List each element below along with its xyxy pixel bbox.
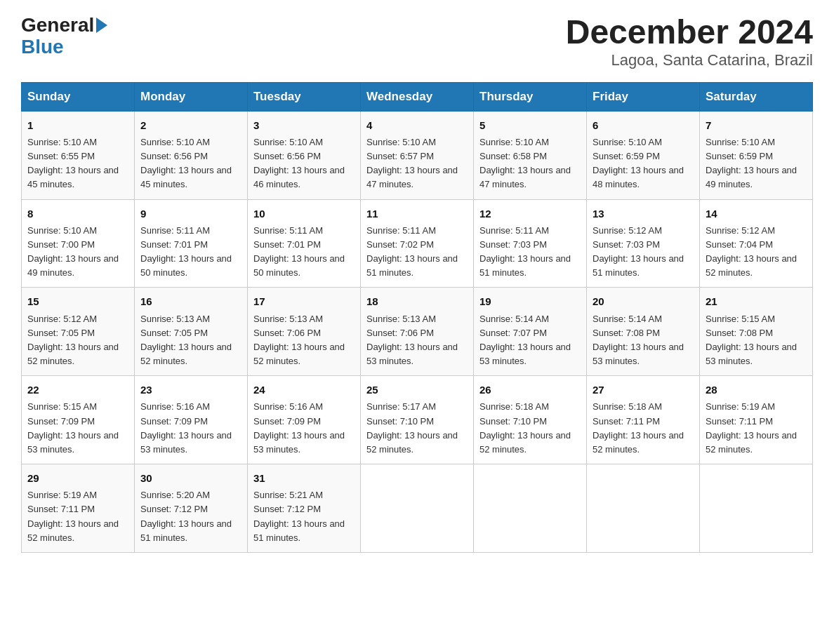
table-row: 11Sunrise: 5:11 AMSunset: 7:02 PMDayligh… (361, 199, 474, 288)
day-info: Sunrise: 5:17 AMSunset: 7:10 PMDaylight:… (366, 401, 458, 454)
table-row: 28Sunrise: 5:19 AMSunset: 7:11 PMDayligh… (700, 376, 813, 464)
day-info: Sunrise: 5:13 AMSunset: 7:06 PMDaylight:… (366, 314, 458, 366)
day-info: Sunrise: 5:10 AMSunset: 6:56 PMDaylight:… (140, 137, 232, 189)
table-row: 21Sunrise: 5:15 AMSunset: 7:08 PMDayligh… (700, 288, 813, 376)
day-info: Sunrise: 5:14 AMSunset: 7:08 PMDaylight:… (593, 314, 684, 366)
day-info: Sunrise: 5:15 AMSunset: 7:09 PMDaylight:… (27, 401, 119, 454)
day-info: Sunrise: 5:16 AMSunset: 7:09 PMDaylight:… (253, 401, 345, 454)
day-info: Sunrise: 5:13 AMSunset: 7:05 PMDaylight:… (140, 314, 232, 366)
day-number: 30 (140, 470, 241, 486)
table-row: 23Sunrise: 5:16 AMSunset: 7:09 PMDayligh… (135, 376, 248, 464)
calendar-week-row: 8Sunrise: 5:10 AMSunset: 7:00 PMDaylight… (22, 199, 813, 288)
table-row (587, 464, 700, 553)
day-info: Sunrise: 5:10 AMSunset: 6:56 PMDaylight:… (253, 137, 345, 189)
day-number: 4 (366, 117, 468, 133)
day-number: 17 (253, 293, 355, 309)
calendar-week-row: 15Sunrise: 5:12 AMSunset: 7:05 PMDayligh… (22, 288, 813, 376)
day-info: Sunrise: 5:15 AMSunset: 7:08 PMDaylight:… (706, 314, 797, 366)
day-number: 26 (479, 382, 581, 398)
day-info: Sunrise: 5:10 AMSunset: 6:58 PMDaylight:… (479, 137, 571, 189)
col-thursday: Thursday (474, 82, 587, 111)
day-info: Sunrise: 5:11 AMSunset: 7:02 PMDaylight:… (366, 225, 458, 278)
table-row: 4Sunrise: 5:10 AMSunset: 6:57 PMDaylight… (361, 111, 474, 199)
day-number: 7 (706, 117, 807, 133)
day-info: Sunrise: 5:11 AMSunset: 7:03 PMDaylight:… (479, 225, 571, 278)
day-number: 1 (27, 117, 128, 133)
day-number: 25 (366, 382, 468, 398)
day-number: 6 (593, 117, 694, 133)
table-row: 16Sunrise: 5:13 AMSunset: 7:05 PMDayligh… (135, 288, 248, 376)
calendar-week-row: 1Sunrise: 5:10 AMSunset: 6:55 PMDaylight… (22, 111, 813, 199)
col-saturday: Saturday (700, 82, 813, 111)
day-info: Sunrise: 5:18 AMSunset: 7:11 PMDaylight:… (593, 401, 684, 454)
day-number: 24 (253, 382, 355, 398)
day-info: Sunrise: 5:10 AMSunset: 6:55 PMDaylight:… (27, 137, 119, 189)
table-row: 8Sunrise: 5:10 AMSunset: 7:00 PMDaylight… (22, 199, 135, 288)
table-row: 2Sunrise: 5:10 AMSunset: 6:56 PMDaylight… (135, 111, 248, 199)
calendar-table: Sunday Monday Tuesday Wednesday Thursday… (21, 82, 813, 553)
table-row: 9Sunrise: 5:11 AMSunset: 7:01 PMDaylight… (135, 199, 248, 288)
table-row: 6Sunrise: 5:10 AMSunset: 6:59 PMDaylight… (587, 111, 700, 199)
table-row (361, 464, 474, 553)
page-header: General Blue December 2024 Lagoa, Santa … (21, 14, 813, 69)
day-number: 5 (479, 117, 581, 133)
day-info: Sunrise: 5:10 AMSunset: 7:00 PMDaylight:… (27, 225, 119, 278)
day-number: 14 (706, 206, 807, 222)
day-number: 19 (479, 293, 581, 309)
table-row: 1Sunrise: 5:10 AMSunset: 6:55 PMDaylight… (22, 111, 135, 199)
day-info: Sunrise: 5:20 AMSunset: 7:12 PMDaylight:… (140, 490, 232, 542)
day-info: Sunrise: 5:11 AMSunset: 7:01 PMDaylight:… (140, 225, 232, 278)
col-friday: Friday (587, 82, 700, 111)
logo: General Blue (21, 14, 107, 58)
day-info: Sunrise: 5:12 AMSunset: 7:03 PMDaylight:… (593, 225, 684, 278)
day-info: Sunrise: 5:11 AMSunset: 7:01 PMDaylight:… (253, 225, 345, 278)
day-number: 31 (253, 470, 355, 486)
day-number: 18 (366, 293, 468, 309)
day-number: 23 (140, 382, 241, 398)
day-number: 16 (140, 293, 241, 309)
table-row: 15Sunrise: 5:12 AMSunset: 7:05 PMDayligh… (22, 288, 135, 376)
day-info: Sunrise: 5:16 AMSunset: 7:09 PMDaylight:… (140, 401, 232, 454)
day-info: Sunrise: 5:19 AMSunset: 7:11 PMDaylight:… (706, 401, 797, 454)
table-row: 3Sunrise: 5:10 AMSunset: 6:56 PMDaylight… (248, 111, 361, 199)
table-row: 30Sunrise: 5:20 AMSunset: 7:12 PMDayligh… (135, 464, 248, 553)
day-info: Sunrise: 5:19 AMSunset: 7:11 PMDaylight:… (27, 490, 119, 542)
table-row: 18Sunrise: 5:13 AMSunset: 7:06 PMDayligh… (361, 288, 474, 376)
calendar-week-row: 29Sunrise: 5:19 AMSunset: 7:11 PMDayligh… (22, 464, 813, 553)
table-row: 17Sunrise: 5:13 AMSunset: 7:06 PMDayligh… (248, 288, 361, 376)
table-row: 19Sunrise: 5:14 AMSunset: 7:07 PMDayligh… (474, 288, 587, 376)
logo-arrow-icon (96, 18, 107, 33)
col-sunday: Sunday (22, 82, 135, 111)
table-row: 13Sunrise: 5:12 AMSunset: 7:03 PMDayligh… (587, 199, 700, 288)
day-number: 28 (706, 382, 807, 398)
day-info: Sunrise: 5:18 AMSunset: 7:10 PMDaylight:… (479, 401, 571, 454)
table-row: 27Sunrise: 5:18 AMSunset: 7:11 PMDayligh… (587, 376, 700, 464)
table-row (474, 464, 587, 553)
day-number: 21 (706, 293, 807, 309)
day-info: Sunrise: 5:14 AMSunset: 7:07 PMDaylight:… (479, 314, 571, 366)
page-title: December 2024 (566, 14, 813, 51)
day-number: 9 (140, 206, 241, 222)
table-row: 22Sunrise: 5:15 AMSunset: 7:09 PMDayligh… (22, 376, 135, 464)
table-row: 7Sunrise: 5:10 AMSunset: 6:59 PMDaylight… (700, 111, 813, 199)
day-number: 15 (27, 293, 128, 309)
col-tuesday: Tuesday (248, 82, 361, 111)
day-info: Sunrise: 5:10 AMSunset: 6:59 PMDaylight:… (706, 137, 797, 189)
day-info: Sunrise: 5:13 AMSunset: 7:06 PMDaylight:… (253, 314, 345, 366)
table-row: 12Sunrise: 5:11 AMSunset: 7:03 PMDayligh… (474, 199, 587, 288)
day-number: 10 (253, 206, 355, 222)
day-number: 20 (593, 293, 694, 309)
day-info: Sunrise: 5:12 AMSunset: 7:05 PMDaylight:… (27, 314, 119, 366)
logo-blue: Blue (21, 36, 107, 58)
day-info: Sunrise: 5:12 AMSunset: 7:04 PMDaylight:… (706, 225, 797, 278)
day-number: 12 (479, 206, 581, 222)
col-monday: Monday (135, 82, 248, 111)
table-row: 20Sunrise: 5:14 AMSunset: 7:08 PMDayligh… (587, 288, 700, 376)
day-info: Sunrise: 5:10 AMSunset: 6:59 PMDaylight:… (593, 137, 684, 189)
table-row (700, 464, 813, 553)
day-number: 29 (27, 470, 128, 486)
day-number: 13 (593, 206, 694, 222)
day-number: 3 (253, 117, 355, 133)
day-number: 8 (27, 206, 128, 222)
day-info: Sunrise: 5:21 AMSunset: 7:12 PMDaylight:… (253, 490, 345, 542)
